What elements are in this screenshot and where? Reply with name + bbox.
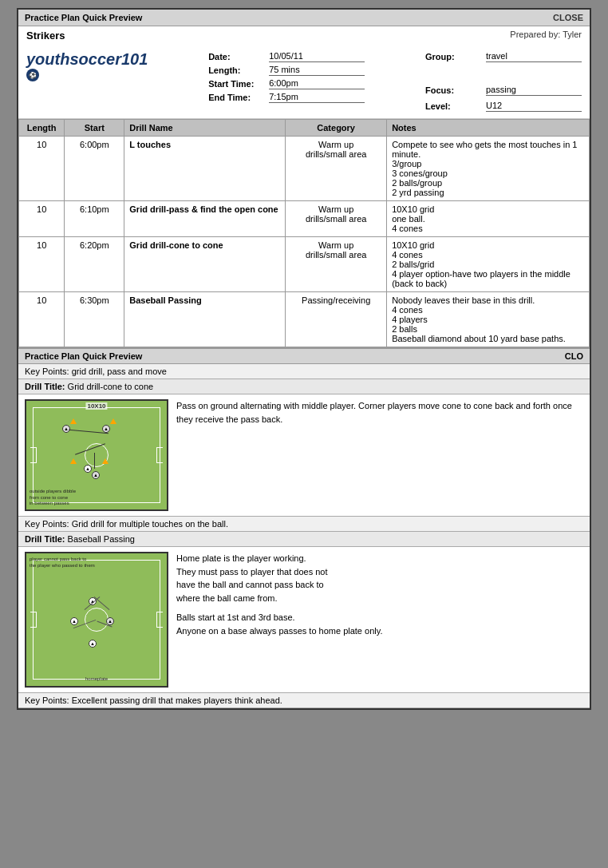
col-category: Category bbox=[286, 120, 387, 137]
start-row: Start Time: 6:00pm bbox=[208, 78, 365, 89]
field-inner-2 bbox=[33, 560, 160, 680]
drill1-title-bar: Drill Title: Grid drill-cone to cone bbox=[18, 379, 590, 394]
logo-container: youthsoccer101 ⚽ bbox=[26, 51, 148, 81]
logo-area: youthsoccer101 ⚽ bbox=[26, 51, 148, 81]
field-label-10x10: 10X10 bbox=[85, 402, 107, 410]
cell-name-0: L touches bbox=[124, 137, 286, 201]
group-label: Group: bbox=[425, 52, 481, 61]
drill2-description: Home plate is the player working. They m… bbox=[176, 552, 583, 688]
cone-2 bbox=[110, 418, 116, 424]
preview-footer-close[interactable]: CLO bbox=[565, 351, 583, 361]
drill1-field: 10X10 ▲ ▲ ▲ ▲ outside players dibblefrom… bbox=[25, 399, 168, 511]
drill2-title-label: Drill Title: bbox=[25, 534, 65, 544]
logo-ball: ⚽ bbox=[26, 69, 39, 81]
team-row: Strikers Prepared by: Tyler bbox=[18, 26, 590, 45]
cell-start-2: 6:20pm bbox=[65, 237, 124, 292]
cell-start-3: 6:30pm bbox=[65, 292, 124, 347]
drill2-title: Baseball Passing bbox=[68, 534, 135, 544]
drill2-desc-para2: Balls start at 1st and 3rd base. Anyone … bbox=[176, 611, 583, 637]
focus-label: Focus: bbox=[425, 85, 481, 95]
key-points-2-bottom: Key Points: Excellent passing drill that… bbox=[18, 693, 590, 708]
level-row: Level: U12 bbox=[425, 101, 582, 112]
title-bar: Practice Plan Quick Preview CLOSE bbox=[18, 10, 590, 26]
arrow-3 bbox=[94, 453, 95, 469]
right-fields: Group: travel Focus: passing Level: U12 bbox=[425, 51, 582, 112]
cell-start-0: 6:00pm bbox=[65, 137, 124, 201]
prepared-by: Prepared by: Tyler bbox=[510, 30, 582, 42]
cell-length-0: 10 bbox=[19, 137, 65, 201]
main-window: Practice Plan Quick Preview CLOSE Strike… bbox=[17, 8, 591, 710]
player-3: ▲ bbox=[84, 465, 92, 473]
goal-left-2 bbox=[30, 612, 37, 628]
key-points-1-bottom: Key Points: Grid drill for multiple touc… bbox=[18, 517, 590, 532]
goal-right-2 bbox=[156, 612, 163, 628]
cell-length-3: 10 bbox=[19, 292, 65, 347]
preview-footer-bar: Practice Plan Quick Preview CLO bbox=[18, 348, 590, 364]
center-circle-2 bbox=[85, 608, 109, 632]
col-length: Length bbox=[19, 120, 65, 137]
cell-start-1: 6:10pm bbox=[65, 201, 124, 237]
goal-left-1 bbox=[30, 447, 37, 463]
group-value: travel bbox=[486, 51, 582, 62]
drill-table: Length Start Drill Name Category Notes 1… bbox=[18, 119, 590, 347]
start-value: 6:00pm bbox=[269, 78, 365, 89]
cell-name-3: Baseball Passing bbox=[124, 292, 286, 347]
drill1-title-label: Drill Title: bbox=[25, 382, 65, 391]
cell-category-1: Warm up drills/small area bbox=[286, 201, 387, 237]
table-row: 106:00pmL touchesWarm up drills/small ar… bbox=[19, 137, 590, 201]
drill1-visual-row: 10X10 ▲ ▲ ▲ ▲ outside players dibblefrom… bbox=[18, 394, 590, 517]
player-b2: ▲ bbox=[70, 617, 78, 625]
drill1-description: Pass on ground alternating with middle p… bbox=[176, 399, 583, 511]
cell-notes-3: Nobody leaves their base in this drill. … bbox=[387, 292, 590, 347]
end-row: End Time: 7:15pm bbox=[208, 92, 365, 103]
cell-notes-0: Compete to see who gets the most touches… bbox=[387, 137, 590, 201]
end-label: End Time: bbox=[208, 93, 264, 102]
homeplate-label: homeplate bbox=[85, 676, 108, 681]
table-row: 106:10pmGrid drill-pass & find the open … bbox=[19, 201, 590, 237]
drill2-desc-para1: Home plate is the player working. They m… bbox=[176, 552, 583, 604]
col-name: Drill Name bbox=[124, 120, 286, 137]
level-value: U12 bbox=[486, 101, 582, 112]
preview-footer-title: Practice Plan Quick Preview bbox=[25, 351, 142, 361]
col-notes: Notes bbox=[387, 120, 590, 137]
end-value: 7:15pm bbox=[269, 92, 365, 103]
drill1-desc-text: Pass on ground alternating with middle p… bbox=[176, 401, 572, 424]
window-title: Practice Plan Quick Preview bbox=[25, 13, 142, 22]
field-note-1: outside players dibblefrom cone to conei… bbox=[30, 489, 76, 506]
baseball-note: player cannot pass back tothe player who… bbox=[30, 557, 95, 569]
cell-category-3: Passing/receiving bbox=[286, 292, 387, 347]
cone-4 bbox=[102, 458, 109, 464]
cone-1 bbox=[70, 418, 77, 424]
group-row: Group: travel bbox=[425, 51, 582, 62]
cell-notes-2: 10X10 grid 4 cones 2 balls/grid 4 player… bbox=[387, 237, 590, 292]
goal-right-1 bbox=[156, 447, 163, 463]
player-2: ▲ bbox=[102, 425, 110, 433]
drill2-field: player cannot pass back tothe player who… bbox=[25, 552, 168, 688]
level-label: Level: bbox=[425, 101, 481, 111]
key-points-1: Key Points: grid drill, pass and move bbox=[18, 364, 590, 379]
cell-name-2: Grid drill-cone to cone bbox=[124, 237, 286, 292]
drill2-title-bar: Drill Title: Baseball Passing bbox=[18, 532, 590, 547]
cell-notes-1: 10X10 grid one ball. 4 cones bbox=[387, 201, 590, 237]
length-row: Length: 75 mins bbox=[208, 65, 365, 76]
length-label: Length: bbox=[208, 65, 264, 75]
logo-text: youthsoccer101 bbox=[26, 51, 148, 67]
col-start: Start bbox=[65, 120, 124, 137]
cell-category-2: Warm up drills/small area bbox=[286, 237, 387, 292]
focus-row: Focus: passing bbox=[425, 85, 582, 96]
table-row: 106:20pmGrid drill-cone to coneWarm up d… bbox=[19, 237, 590, 292]
date-value: 10/05/11 bbox=[269, 51, 365, 62]
cone-3 bbox=[70, 458, 77, 464]
drill2-visual-row: player cannot pass back tothe player who… bbox=[18, 547, 590, 693]
scrollable-content: Strikers Prepared by: Tyler youthsoccer1… bbox=[18, 26, 590, 348]
close-button[interactable]: CLOSE bbox=[553, 13, 583, 22]
left-fields: Date: 10/05/11 Length: 75 mins Start Tim… bbox=[208, 51, 365, 103]
length-value: 75 mins bbox=[269, 65, 365, 76]
date-row: Date: 10/05/11 bbox=[208, 51, 365, 62]
bottom-section: Practice Plan Quick Preview CLO Key Poin… bbox=[18, 348, 590, 708]
player-4: ▲ bbox=[92, 471, 100, 479]
start-label: Start Time: bbox=[208, 79, 264, 89]
cell-length-2: 10 bbox=[19, 237, 65, 292]
player-b4: ▲ bbox=[89, 640, 97, 648]
cell-name-1: Grid drill-pass & find the open cone bbox=[124, 201, 286, 237]
